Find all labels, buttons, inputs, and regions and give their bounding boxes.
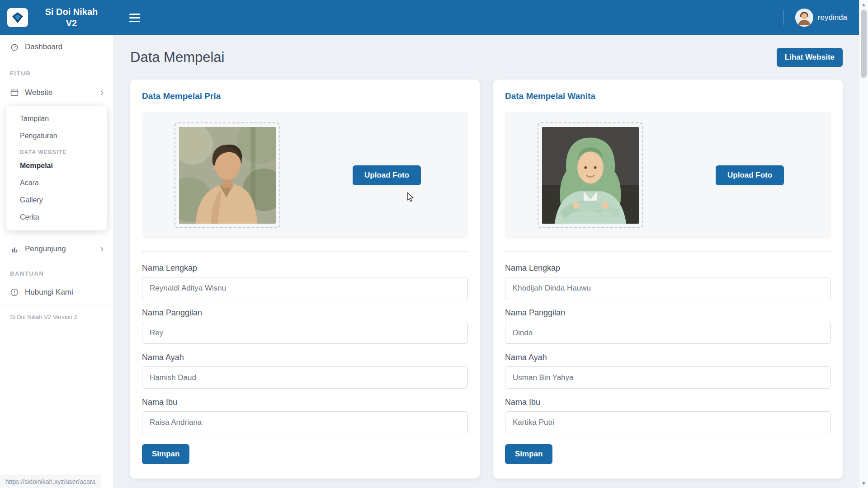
sidebar: Dashboard FITUR Website › Tampilan Penga… (0, 35, 114, 488)
chevron-right-icon: › (100, 244, 104, 254)
simpan-button[interactable]: Simpan (505, 444, 552, 464)
field-label: Nama Panggilan (142, 308, 468, 318)
groom-photo (175, 122, 280, 228)
app-logo-icon (7, 8, 28, 27)
sidebar-item-website[interactable]: Website › (0, 80, 113, 105)
username[interactable]: reydinda (818, 13, 847, 22)
main-content: Data Mempelai Lihat Website Data Mempela… (114, 35, 859, 488)
sidebar-item-label: Pengunjung (25, 244, 66, 253)
sidebar-item-label: Hubungi Kami (25, 288, 73, 297)
card-divider (505, 251, 831, 252)
card-mempelai-wanita: Data Mempelai Wanita (493, 80, 843, 479)
page-title: Data Mempelai (130, 49, 224, 66)
top-navbar: Si Doi Nikah V2 reydinda (0, 0, 859, 35)
form-field: Nama Ayah (142, 353, 468, 389)
nama-ibu-input[interactable] (142, 411, 468, 433)
upload-foto-button[interactable]: Upload Foto (716, 165, 784, 185)
navbar-divider (783, 10, 783, 25)
submenu-item-gallery[interactable]: Gallery (6, 192, 107, 209)
user-avatar[interactable] (795, 9, 813, 27)
field-label: Nama Ibu (505, 398, 831, 407)
form-field: Nama Panggilan (505, 308, 831, 344)
bride-photo-upload-area: Upload Foto (505, 112, 831, 239)
groom-photo-upload-area: Upload Foto (142, 112, 468, 239)
submenu-item-pengaturan[interactable]: Pengaturan (6, 127, 107, 145)
scroll-up-icon[interactable]: ▲ (859, 0, 868, 9)
form-field: Nama Ayah (505, 353, 831, 389)
sidebar-item-pengunjung[interactable]: Pengunjung › (0, 237, 113, 261)
submenu-item-cerita[interactable]: Cerita (6, 209, 107, 226)
navbar-right: reydinda (783, 9, 859, 27)
submenu-item-mempelai[interactable]: Mempelai (6, 157, 107, 174)
form-field: Nama Ibu (505, 398, 831, 433)
sidebar-item-hubungi-kami[interactable]: Hubungi Kami (0, 281, 113, 304)
field-label: Nama Ibu (142, 398, 468, 407)
nama-ibu-input[interactable] (505, 411, 831, 433)
section-label-data-website: DATA WEBSITE (6, 145, 107, 157)
brand-title-line1: Si Doi Nikah (45, 7, 98, 17)
brand-title: Si Doi Nikah V2 (33, 6, 109, 29)
card-divider (142, 251, 468, 252)
card-title: Data Mempelai Wanita (505, 91, 831, 101)
form-field: Nama Lengkap (505, 263, 831, 299)
simpan-button[interactable]: Simpan (142, 444, 189, 464)
brand-title-line2: V2 (66, 18, 77, 28)
brand[interactable]: Si Doi Nikah V2 (0, 6, 114, 29)
lihat-website-button[interactable]: Lihat Website (777, 48, 843, 67)
field-label: Nama Panggilan (505, 308, 831, 318)
bar-chart-icon (10, 244, 19, 253)
card-mempelai-pria: Data Mempelai Pria (130, 80, 480, 479)
website-submenu: Tampilan Pengaturan DATA WEBSITE Mempela… (6, 106, 107, 230)
form-field: Nama Panggilan (142, 308, 468, 344)
cards-row: Data Mempelai Pria (130, 80, 843, 479)
submenu-item-tampilan[interactable]: Tampilan (6, 110, 107, 127)
version-text: Si Doi Nikah V2 Version 2 (0, 306, 113, 328)
status-url: https://sidoinikah.xyz/user/acara (0, 475, 101, 488)
page-header: Data Mempelai Lihat Website (130, 48, 843, 67)
form-field: Nama Lengkap (142, 263, 468, 299)
sidebar-item-label: Dashboard (25, 42, 62, 52)
website-icon (10, 88, 19, 97)
section-label-fitur: FITUR (0, 61, 113, 80)
nama-lengkap-input[interactable] (142, 277, 468, 299)
nama-ayah-input[interactable] (505, 366, 831, 389)
section-label-bantuan: BANTUAN (0, 261, 113, 281)
sidebar-divider (0, 305, 113, 305)
field-label: Nama Ayah (142, 353, 468, 362)
sidebar-item-dashboard[interactable]: Dashboard (0, 35, 113, 59)
field-label: Nama Ayah (505, 353, 831, 362)
nama-lengkap-input[interactable] (505, 277, 831, 299)
scroll-down-icon[interactable]: ▼ (859, 479, 868, 488)
nama-panggilan-input[interactable] (142, 322, 468, 344)
field-label: Nama Lengkap (505, 263, 831, 273)
sidebar-item-label: Website (25, 88, 52, 97)
info-circle-icon (10, 288, 19, 297)
sidebar-divider (0, 60, 113, 60)
card-title: Data Mempelai Pria (142, 91, 468, 101)
vertical-scrollbar[interactable]: ▲ ▼ (859, 0, 868, 488)
nama-ayah-input[interactable] (142, 366, 468, 389)
nama-panggilan-input[interactable] (505, 322, 831, 344)
upload-foto-button[interactable]: Upload Foto (353, 165, 421, 185)
chevron-right-icon: › (100, 88, 104, 98)
menu-toggle-icon[interactable] (127, 11, 143, 25)
form-field: Nama Ibu (142, 398, 468, 433)
dashboard-icon (10, 42, 19, 52)
submenu-item-acara[interactable]: Acara (6, 174, 107, 192)
scrollbar-thumb[interactable] (861, 10, 867, 78)
bride-photo (538, 122, 643, 228)
field-label: Nama Lengkap (142, 263, 468, 273)
